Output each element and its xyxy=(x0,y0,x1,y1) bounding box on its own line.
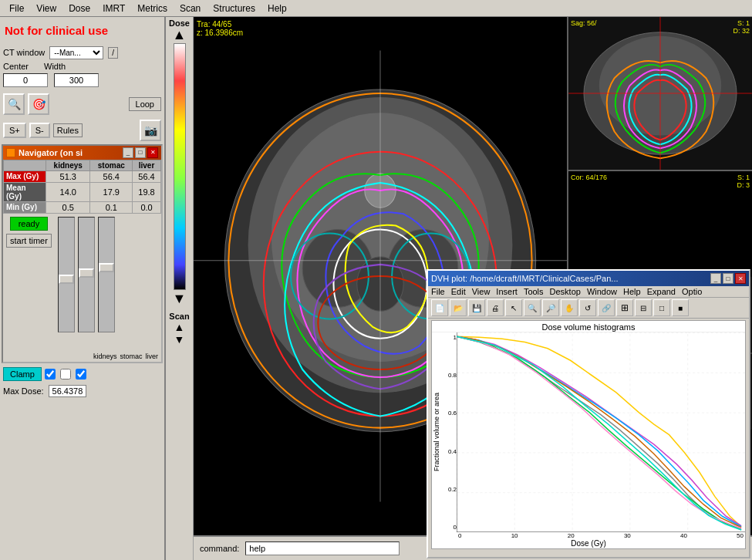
min-gy-kidneys: 0.5 xyxy=(46,201,90,213)
scan-label: Scan xyxy=(169,312,189,321)
navigator-titlebar[interactable]: Navigator (on si _ □ ✕ xyxy=(3,146,161,160)
dvh-tool-print[interactable]: 🖨 xyxy=(487,299,504,316)
dvh-menubar: File Edit View Insert Tools Desktop Wind… xyxy=(428,286,749,298)
dvh-tool-square1[interactable]: □ xyxy=(653,299,670,316)
dvh-tool-cursor[interactable]: ↖ xyxy=(505,299,522,316)
table-row: Min (Gy) 0.5 0.1 0.0 xyxy=(4,201,161,213)
camera-icon-btn[interactable]: 📷 xyxy=(140,120,161,141)
loop-btn[interactable]: Loop xyxy=(129,97,161,111)
max-gy-label: Max (Gy) xyxy=(4,170,46,182)
ct-window-slash-btn[interactable]: / xyxy=(108,47,118,59)
dvh-menu-window[interactable]: Window xyxy=(587,287,617,296)
dvh-menu-optio[interactable]: Optio xyxy=(682,287,702,296)
rules-btn[interactable]: Rules xyxy=(53,123,83,137)
dvh-maximize-btn[interactable]: □ xyxy=(723,273,733,284)
x-tick-40: 40 xyxy=(680,532,687,539)
dvh-window: DVH plot: /home/dcraft/IMRT/ClinicalCase… xyxy=(427,269,750,558)
menu-metrics[interactable]: Metrics xyxy=(131,2,174,15)
s-plus-btn[interactable]: S+ xyxy=(3,123,26,138)
mean-gy-stomac: 17.9 xyxy=(90,182,133,201)
dose-sidebar: Dose ▲ ▼ Scan ▲ ▼ xyxy=(166,17,194,560)
nav-col-stomac: stomac xyxy=(90,160,133,170)
dvh-tool-pan[interactable]: ✋ xyxy=(561,299,578,316)
slider-kidneys[interactable] xyxy=(58,217,75,332)
y-tick-08: 0.8 xyxy=(441,372,457,379)
nav-col-kidneys: kidneys xyxy=(46,160,90,170)
dvh-tool-rotate[interactable]: ↺ xyxy=(579,299,596,316)
dvh-menu-insert[interactable]: Insert xyxy=(496,287,518,296)
menu-dose[interactable]: Dose xyxy=(62,2,96,15)
ct-bottom-right-overlay-tr: S: 1 D: 3 xyxy=(737,174,750,189)
x-tick-0: 0 xyxy=(458,532,461,539)
target-icon-btn[interactable]: 🎯 xyxy=(28,93,49,115)
ct-overlay-position: Tra: 44/65 z: 16.3986cm xyxy=(197,20,243,37)
y-tick-04: 0.4 xyxy=(441,448,457,455)
dvh-tool-new[interactable]: 📄 xyxy=(431,299,448,316)
nav-close-btn[interactable]: ✕ xyxy=(147,147,158,158)
clamp-btn[interactable]: Clamp xyxy=(3,367,42,381)
menu-help[interactable]: Help xyxy=(261,2,293,15)
command-input[interactable]: help xyxy=(245,541,400,555)
width-input[interactable]: 300 xyxy=(54,73,99,87)
max-dose-value: 56.4378 xyxy=(49,385,87,397)
left-panel: Not for clinical use CT window --Man... … xyxy=(0,17,166,560)
menubar: File View Dose IMRT Metrics Scan Structu… xyxy=(0,0,752,17)
y-tick-0: 0 xyxy=(441,524,457,531)
ct-top-right-view: Sag: 56/ S: 1 D: 32 xyxy=(567,17,752,171)
start-timer-btn[interactable]: start timer xyxy=(6,234,52,248)
ct-top-right-overlay-tr: S: 1 D: 32 xyxy=(733,19,750,35)
menu-file[interactable]: File xyxy=(3,2,30,15)
menu-view[interactable]: View xyxy=(30,2,62,15)
dvh-minimize-btn[interactable]: _ xyxy=(710,273,721,284)
dvh-chart-title: Dose volume histograms xyxy=(432,321,745,332)
nav-maximize-btn[interactable]: □ xyxy=(135,147,146,158)
dvh-menu-help[interactable]: Help xyxy=(623,287,641,296)
s-minus-btn[interactable]: S- xyxy=(29,123,50,138)
menu-structures[interactable]: Structures xyxy=(207,2,261,15)
dvh-menu-desktop[interactable]: Desktop xyxy=(550,287,581,296)
ready-btn[interactable]: ready xyxy=(10,217,49,231)
dose-up-arrow[interactable]: ▲ xyxy=(173,28,187,42)
dvh-tool-open[interactable]: 📂 xyxy=(450,299,467,316)
dvh-close-btn[interactable]: ✕ xyxy=(735,273,746,284)
center-input[interactable]: 0 xyxy=(3,73,48,87)
checkbox-stomac[interactable] xyxy=(60,369,71,380)
x-tick-30: 30 xyxy=(624,532,631,539)
dvh-toolbar: 📄 📂 💾 🖨 ↖ 🔍 🔎 ✋ ↺ 🔗 ⊞ ⊟ □ ■ xyxy=(428,298,749,319)
dvh-menu-edit[interactable]: Edit xyxy=(451,287,466,296)
checkbox-kidneys[interactable] xyxy=(45,369,56,380)
dvh-tool-zoom-in[interactable]: 🔍 xyxy=(524,299,541,316)
checkbox-liver[interactable] xyxy=(76,369,86,380)
slider-stomac[interactable] xyxy=(78,217,95,332)
dvh-titlebar[interactable]: DVH plot: /home/dcraft/IMRT/ClinicalCase… xyxy=(428,271,749,286)
zoom-icon-btn[interactable]: 🔍 xyxy=(3,93,25,115)
dvh-tool-link[interactable]: 🔗 xyxy=(598,299,615,316)
max-gy-liver: 56.4 xyxy=(133,170,161,182)
dvh-tool-grid[interactable]: ⊞ xyxy=(616,299,633,316)
dvh-menu-tools[interactable]: Tools xyxy=(524,287,544,296)
menu-imrt[interactable]: IMRT xyxy=(96,2,131,15)
ct-window-select[interactable]: --Man... xyxy=(49,46,103,59)
dvh-menu-view[interactable]: View xyxy=(472,287,491,296)
min-gy-stomac: 0.1 xyxy=(90,201,133,213)
slider-label-liver: liver xyxy=(145,353,158,360)
navigator-title: Navigator (on si xyxy=(19,148,83,157)
y-tick-02: 0.2 xyxy=(441,486,457,493)
slider-liver[interactable] xyxy=(98,217,115,332)
max-dose-label: Max Dose: xyxy=(3,386,44,396)
dose-down-arrow[interactable]: ▼ xyxy=(173,292,187,305)
dvh-tool-square2[interactable]: ■ xyxy=(672,299,689,316)
dvh-tool-tiled[interactable]: ⊟ xyxy=(635,299,652,316)
dvh-menu-expand[interactable]: Expand xyxy=(647,287,676,296)
scan-up-arrow[interactable]: ▲ xyxy=(174,321,185,333)
dvh-tool-save[interactable]: 💾 xyxy=(468,299,485,316)
table-row: Mean (Gy) 14.0 17.9 19.8 xyxy=(4,182,161,201)
dvh-menu-file[interactable]: File xyxy=(431,287,445,296)
dvh-x-axis-label: Dose (Gy) xyxy=(432,539,745,548)
menu-scan[interactable]: Scan xyxy=(174,2,207,15)
slider-label-stomac: stomac xyxy=(120,353,142,360)
nav-minimize-btn[interactable]: _ xyxy=(123,147,133,158)
mean-gy-liver: 19.8 xyxy=(133,182,161,201)
scan-down-arrow[interactable]: ▼ xyxy=(174,333,185,346)
dvh-tool-zoom-out[interactable]: 🔎 xyxy=(542,299,559,316)
